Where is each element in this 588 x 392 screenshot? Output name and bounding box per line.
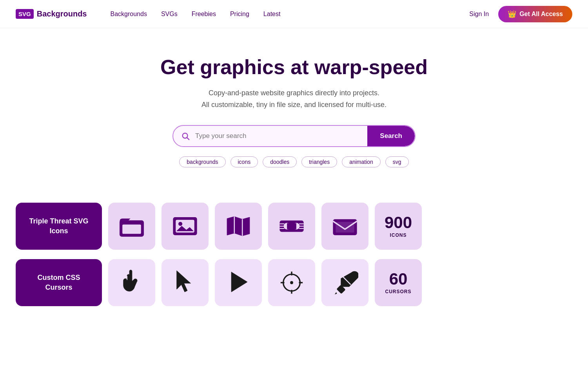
hero-subtitle: Copy-and-paste website graphics directly…	[16, 87, 572, 111]
crown-icon: 👑	[508, 10, 516, 18]
tag-backgrounds[interactable]: backgrounds	[179, 156, 225, 167]
get-all-access-button[interactable]: 👑 Get All Access	[498, 6, 572, 22]
search-button[interactable]: Search	[367, 126, 415, 146]
search-tags: backgrounds icons doodles triangles anim…	[16, 156, 572, 167]
nav-link-latest[interactable]: Latest	[263, 11, 281, 18]
svg-point-6	[178, 222, 182, 226]
cursors-row-label[interactable]: Custom CSS Cursors	[16, 259, 102, 306]
search-bar: Search	[172, 125, 416, 147]
cursor-card-arrow[interactable]	[162, 259, 209, 306]
icon-card-image[interactable]	[162, 203, 209, 250]
icons-row: Triple Threat SVG Icons	[16, 203, 572, 250]
hero-subtitle-line1: Copy-and-paste website graphics directly…	[209, 89, 379, 97]
icon-card-folder[interactable]	[108, 203, 155, 250]
logo-box: SVG	[16, 9, 34, 19]
hero-title: Get graphics at warp-speed	[16, 56, 572, 79]
nav-right: Sign In 👑 Get All Access	[469, 6, 572, 22]
icon-card-map[interactable]	[215, 203, 262, 250]
icon-card-ticket[interactable]	[268, 203, 315, 250]
tag-animation[interactable]: animation	[342, 156, 381, 167]
tag-triangles[interactable]: triangles	[301, 156, 337, 167]
search-input[interactable]	[195, 126, 367, 146]
logo-text: Backgrounds	[37, 9, 87, 18]
cards-section: Triple Threat SVG Icons	[0, 203, 588, 331]
icons-count-number: 900	[385, 214, 412, 231]
navigation: SVG Backgrounds Backgrounds SVGs Freebie…	[0, 0, 588, 28]
hero-subtitle-line2: All customizable, tiny in file size, and…	[201, 101, 387, 109]
cursor-card-crosshair[interactable]	[268, 259, 315, 306]
cursors-row: Custom CSS Cursors	[16, 259, 572, 306]
icons-row-label[interactable]: Triple Threat SVG Icons	[16, 203, 102, 250]
hero-section: Get graphics at warp-speed Copy-and-past…	[0, 28, 588, 203]
svg-point-22	[290, 281, 293, 284]
tag-doodles[interactable]: doodles	[263, 156, 297, 167]
tag-svg[interactable]: svg	[385, 156, 409, 167]
icons-count-label: ICONS	[390, 232, 407, 238]
icon-card-envelope[interactable]	[321, 203, 368, 250]
nav-link-freebies[interactable]: Freebies	[192, 11, 216, 18]
nav-link-backgrounds[interactable]: Backgrounds	[111, 11, 147, 18]
cursors-count-number: 60	[389, 271, 408, 287]
search-icon	[173, 132, 195, 140]
nav-links: Backgrounds SVGs Freebies Pricing Latest	[111, 11, 470, 18]
nav-link-pricing[interactable]: Pricing	[230, 11, 249, 18]
logo[interactable]: SVG Backgrounds	[16, 9, 87, 19]
icons-count-card: 900 ICONS	[375, 203, 422, 250]
svg-line-1	[187, 138, 189, 140]
cursors-count-label: CURSORS	[385, 289, 411, 294]
nav-link-svgs[interactable]: SVGs	[161, 11, 178, 18]
cursor-card-play[interactable]	[215, 259, 262, 306]
cursor-card-eyedropper[interactable]	[321, 259, 368, 306]
cursor-card-hand[interactable]	[108, 259, 155, 306]
sign-in-link[interactable]: Sign In	[469, 11, 489, 18]
get-all-access-label: Get All Access	[519, 11, 563, 18]
cursors-count-card: 60 CURSORS	[375, 259, 422, 306]
svg-rect-12	[287, 223, 296, 229]
svg-rect-20	[336, 222, 354, 232]
svg-rect-3	[122, 225, 141, 234]
tag-icons[interactable]: icons	[230, 156, 258, 167]
